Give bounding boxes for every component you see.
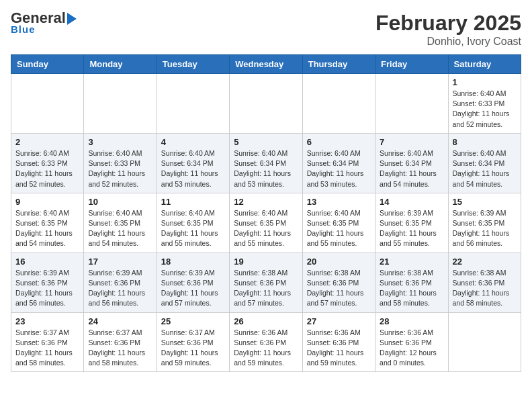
table-row: 16Sunrise: 6:39 AMSunset: 6:36 PMDayligh… <box>11 253 84 312</box>
day-number: 11 <box>161 197 225 207</box>
table-row <box>448 312 521 372</box>
table-row: 6Sunrise: 6:40 AMSunset: 6:34 PMDaylight… <box>302 133 375 193</box>
day-info: Sunrise: 6:40 AMSunset: 6:35 PMDaylight:… <box>161 208 225 249</box>
logo-arrow-icon <box>67 13 77 25</box>
day-info: Sunrise: 6:38 AMSunset: 6:36 PMDaylight:… <box>307 268 371 309</box>
day-info: Sunrise: 6:37 AMSunset: 6:36 PMDaylight:… <box>161 328 225 369</box>
table-row: 26Sunrise: 6:36 AMSunset: 6:36 PMDayligh… <box>230 312 302 372</box>
day-number: 13 <box>307 197 371 207</box>
calendar-title: February 2025 <box>375 11 521 36</box>
calendar-week-1: 1Sunrise: 6:40 AMSunset: 6:33 PMDaylight… <box>11 74 521 134</box>
table-row: 19Sunrise: 6:38 AMSunset: 6:36 PMDayligh… <box>230 253 302 312</box>
day-info: Sunrise: 6:40 AMSunset: 6:34 PMDaylight:… <box>307 148 371 189</box>
table-row <box>157 74 229 134</box>
table-row: 25Sunrise: 6:37 AMSunset: 6:36 PMDayligh… <box>157 312 229 372</box>
day-number: 24 <box>88 316 152 326</box>
col-monday: Monday <box>84 55 157 74</box>
day-number: 23 <box>15 316 79 326</box>
calendar-week-3: 9Sunrise: 6:40 AMSunset: 6:35 PMDaylight… <box>11 193 521 253</box>
day-info: Sunrise: 6:40 AMSunset: 6:34 PMDaylight:… <box>380 148 443 189</box>
table-row: 3Sunrise: 6:40 AMSunset: 6:33 PMDaylight… <box>84 133 157 193</box>
day-number: 26 <box>234 316 298 326</box>
day-info: Sunrise: 6:38 AMSunset: 6:36 PMDaylight:… <box>453 268 517 309</box>
table-row <box>230 74 302 134</box>
day-number: 15 <box>453 197 517 207</box>
table-row <box>11 74 84 134</box>
table-row: 1Sunrise: 6:40 AMSunset: 6:33 PMDaylight… <box>448 74 521 134</box>
table-row: 9Sunrise: 6:40 AMSunset: 6:35 PMDaylight… <box>11 193 84 253</box>
day-info: Sunrise: 6:40 AMSunset: 6:34 PMDaylight:… <box>453 148 517 189</box>
day-info: Sunrise: 6:40 AMSunset: 6:35 PMDaylight:… <box>15 208 79 249</box>
day-info: Sunrise: 6:40 AMSunset: 6:35 PMDaylight:… <box>307 208 371 249</box>
table-row: 13Sunrise: 6:40 AMSunset: 6:35 PMDayligh… <box>302 193 375 253</box>
day-number: 1 <box>453 77 517 87</box>
day-info: Sunrise: 6:37 AMSunset: 6:36 PMDaylight:… <box>15 328 79 369</box>
day-number: 19 <box>234 257 298 267</box>
table-row: 15Sunrise: 6:39 AMSunset: 6:35 PMDayligh… <box>448 193 521 253</box>
day-info: Sunrise: 6:36 AMSunset: 6:36 PMDaylight:… <box>307 328 371 369</box>
day-number: 12 <box>234 197 298 207</box>
table-row: 12Sunrise: 6:40 AMSunset: 6:35 PMDayligh… <box>230 193 302 253</box>
col-saturday: Saturday <box>448 55 521 74</box>
day-number: 7 <box>380 137 443 147</box>
day-number: 18 <box>161 257 225 267</box>
day-number: 22 <box>453 257 517 267</box>
day-number: 5 <box>234 137 298 147</box>
col-friday: Friday <box>375 55 448 74</box>
table-row <box>84 74 157 134</box>
calendar-header-row: Sunday Monday Tuesday Wednesday Thursday… <box>11 55 521 74</box>
day-number: 17 <box>88 257 152 267</box>
day-number: 10 <box>88 197 152 207</box>
day-info: Sunrise: 6:38 AMSunset: 6:36 PMDaylight:… <box>234 268 298 309</box>
table-row: 28Sunrise: 6:36 AMSunset: 6:36 PMDayligh… <box>375 312 448 372</box>
table-row: 20Sunrise: 6:38 AMSunset: 6:36 PMDayligh… <box>302 253 375 312</box>
calendar-subtitle: Donhio, Ivory Coast <box>375 36 521 48</box>
table-row: 21Sunrise: 6:38 AMSunset: 6:36 PMDayligh… <box>375 253 448 312</box>
day-info: Sunrise: 6:40 AMSunset: 6:34 PMDaylight:… <box>234 148 298 189</box>
day-info: Sunrise: 6:36 AMSunset: 6:36 PMDaylight:… <box>234 328 298 369</box>
day-number: 20 <box>307 257 371 267</box>
day-info: Sunrise: 6:40 AMSunset: 6:35 PMDaylight:… <box>234 208 298 249</box>
table-row <box>302 74 375 134</box>
calendar-week-2: 2Sunrise: 6:40 AMSunset: 6:33 PMDaylight… <box>11 133 521 193</box>
day-number: 21 <box>380 257 443 267</box>
table-row: 14Sunrise: 6:39 AMSunset: 6:35 PMDayligh… <box>375 193 448 253</box>
day-number: 6 <box>307 137 371 147</box>
day-info: Sunrise: 6:40 AMSunset: 6:35 PMDaylight:… <box>88 208 152 249</box>
day-info: Sunrise: 6:36 AMSunset: 6:36 PMDaylight:… <box>380 328 443 369</box>
day-info: Sunrise: 6:39 AMSunset: 6:36 PMDaylight:… <box>161 268 225 309</box>
table-row: 18Sunrise: 6:39 AMSunset: 6:36 PMDayligh… <box>157 253 229 312</box>
table-row: 8Sunrise: 6:40 AMSunset: 6:34 PMDaylight… <box>448 133 521 193</box>
table-row: 5Sunrise: 6:40 AMSunset: 6:34 PMDaylight… <box>230 133 302 193</box>
day-number: 27 <box>307 316 371 326</box>
day-info: Sunrise: 6:39 AMSunset: 6:35 PMDaylight:… <box>453 208 517 249</box>
day-number: 16 <box>15 257 79 267</box>
day-info: Sunrise: 6:39 AMSunset: 6:35 PMDaylight:… <box>380 208 443 249</box>
day-info: Sunrise: 6:39 AMSunset: 6:36 PMDaylight:… <box>88 268 152 309</box>
day-number: 8 <box>453 137 517 147</box>
day-info: Sunrise: 6:39 AMSunset: 6:36 PMDaylight:… <box>15 268 79 309</box>
table-row: 10Sunrise: 6:40 AMSunset: 6:35 PMDayligh… <box>84 193 157 253</box>
col-wednesday: Wednesday <box>230 55 302 74</box>
table-row: 22Sunrise: 6:38 AMSunset: 6:36 PMDayligh… <box>448 253 521 312</box>
table-row: 11Sunrise: 6:40 AMSunset: 6:35 PMDayligh… <box>157 193 229 253</box>
table-row: 17Sunrise: 6:39 AMSunset: 6:36 PMDayligh… <box>84 253 157 312</box>
col-sunday: Sunday <box>11 55 84 74</box>
calendar-table: Sunday Monday Tuesday Wednesday Thursday… <box>11 54 521 372</box>
day-number: 28 <box>380 316 443 326</box>
day-info: Sunrise: 6:37 AMSunset: 6:36 PMDaylight:… <box>88 328 152 369</box>
day-number: 2 <box>15 137 79 147</box>
page-header: General Blue February 2025 Donhio, Ivory… <box>11 11 521 48</box>
title-block: February 2025 Donhio, Ivory Coast <box>375 11 521 48</box>
day-number: 9 <box>15 197 79 207</box>
table-row: 2Sunrise: 6:40 AMSunset: 6:33 PMDaylight… <box>11 133 84 193</box>
col-thursday: Thursday <box>302 55 375 74</box>
table-row: 23Sunrise: 6:37 AMSunset: 6:36 PMDayligh… <box>11 312 84 372</box>
logo: General Blue <box>11 11 77 34</box>
table-row: 4Sunrise: 6:40 AMSunset: 6:34 PMDaylight… <box>157 133 229 193</box>
day-number: 3 <box>88 137 152 147</box>
day-info: Sunrise: 6:40 AMSunset: 6:34 PMDaylight:… <box>161 148 225 189</box>
table-row: 7Sunrise: 6:40 AMSunset: 6:34 PMDaylight… <box>375 133 448 193</box>
day-number: 25 <box>161 316 225 326</box>
col-tuesday: Tuesday <box>157 55 229 74</box>
